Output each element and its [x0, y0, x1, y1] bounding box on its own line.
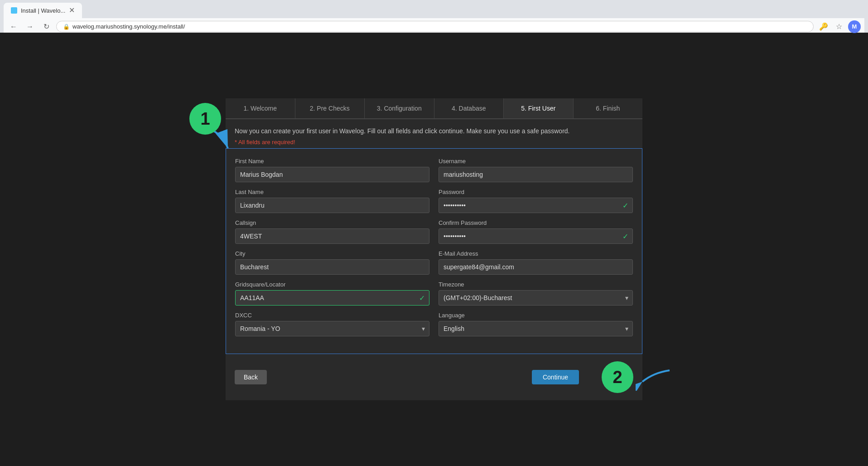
language-label: Language: [439, 312, 633, 319]
tab-favicon: [11, 7, 17, 14]
toolbar-actions: 🔑 ☆ M: [817, 20, 861, 33]
page-content: 1 1. Welcome 2. Pre Checks 3. Configurat…: [0, 33, 868, 466]
buttons-bar: Back Continue 2: [226, 354, 642, 400]
last-name-input[interactable]: [235, 198, 429, 213]
first-name-label: First Name: [235, 158, 429, 165]
browser-chrome: Install | Wavelo... ✕ ← → ↻ 🔒 wavelog.ma…: [0, 0, 868, 33]
dxcc-select-wrapper: Romania - YO: [235, 321, 429, 336]
password-input[interactable]: [439, 198, 633, 213]
timezone-select[interactable]: (GMT+02:00)-Bucharest: [439, 290, 633, 306]
timezone-label: Timezone: [439, 281, 633, 288]
browser-tab[interactable]: Install | Wavelo... ✕: [4, 3, 82, 18]
password-label: Password: [439, 189, 633, 195]
install-container: 1 1. Welcome 2. Pre Checks 3. Configurat…: [226, 98, 642, 400]
tab-close-button[interactable]: ✕: [69, 7, 75, 14]
language-select-wrapper: English: [439, 321, 633, 336]
gridsquare-input[interactable]: [235, 290, 429, 306]
address-bar[interactable]: 🔒 wavelog.mariushosting.synology.me/inst…: [56, 21, 814, 32]
language-select[interactable]: English: [439, 321, 633, 336]
forward-button[interactable]: →: [24, 20, 36, 33]
password-input-wrapper: ✓: [439, 198, 633, 213]
dxcc-group: DXCC Romania - YO: [235, 312, 429, 336]
tab-welcome[interactable]: 1. Welcome: [226, 98, 295, 118]
tab-configuration[interactable]: 3. Configuration: [365, 98, 434, 118]
callsign-input[interactable]: [235, 228, 429, 244]
timezone-group: Timezone (GMT+02:00)-Bucharest: [439, 281, 633, 306]
required-note: * All fields are required!: [235, 139, 633, 146]
arrow-2-icon: [636, 364, 672, 391]
step-badge-1: 1: [189, 103, 221, 135]
reload-button[interactable]: ↻: [40, 20, 53, 33]
gridsquare-input-wrapper: ✓: [235, 290, 429, 306]
username-label: Username: [439, 158, 633, 165]
back-form-button[interactable]: Back: [235, 370, 267, 384]
tab-database[interactable]: 4. Database: [434, 98, 504, 118]
email-group: E-Mail Address: [439, 250, 633, 275]
first-name-group: First Name: [235, 158, 429, 182]
confirm-password-group: Confirm Password ✓: [439, 219, 633, 244]
language-group: Language English: [439, 312, 633, 336]
dxcc-label: DXCC: [235, 312, 429, 319]
password-manager-icon[interactable]: 🔑: [817, 20, 830, 33]
gridsquare-label: Gridsquare/Locator: [235, 281, 429, 288]
dxcc-select[interactable]: Romania - YO: [235, 321, 429, 336]
first-name-input[interactable]: [235, 167, 429, 182]
step-badge-2: 2: [602, 361, 633, 393]
confirm-password-label: Confirm Password: [439, 219, 633, 226]
city-input[interactable]: [235, 259, 429, 275]
city-label: City: [235, 250, 429, 257]
tabs-bar: 1. Welcome 2. Pre Checks 3. Configuratio…: [226, 98, 642, 119]
last-name-label: Last Name: [235, 189, 429, 195]
profile-avatar[interactable]: M: [848, 20, 861, 33]
tab-first-user[interactable]: 5. First User: [504, 98, 574, 118]
back-button[interactable]: ←: [7, 20, 20, 33]
email-input[interactable]: [439, 259, 633, 275]
form-grid: First Name Last Name Callsign City: [235, 158, 633, 343]
form-description: Now you can create your first user in Wa…: [235, 126, 633, 136]
timezone-select-wrapper: (GMT+02:00)-Bucharest: [439, 290, 633, 306]
tab-title: Install | Wavelo...: [21, 7, 65, 14]
callsign-group: Callsign: [235, 219, 429, 244]
callsign-label: Callsign: [235, 219, 429, 226]
form-box: First Name Last Name Callsign City: [226, 148, 642, 354]
tab-pre-checks[interactable]: 2. Pre Checks: [295, 98, 365, 118]
username-input[interactable]: [439, 167, 633, 182]
avatar-initial: M: [852, 23, 857, 30]
city-group: City: [235, 250, 429, 275]
tab-finish[interactable]: 6. Finish: [574, 98, 643, 118]
email-label: E-Mail Address: [439, 250, 633, 257]
address-text: wavelog.mariushosting.synology.me/instal…: [72, 23, 185, 30]
last-name-group: Last Name: [235, 189, 429, 213]
username-group: Username: [439, 158, 633, 182]
bookmark-icon[interactable]: ☆: [833, 20, 845, 33]
confirm-password-input[interactable]: [439, 228, 633, 244]
continue-button[interactable]: Continue: [532, 370, 579, 384]
gridsquare-group: Gridsquare/Locator ✓: [235, 281, 429, 306]
form-header: Now you can create your first user in Wa…: [226, 119, 642, 148]
confirm-password-input-wrapper: ✓: [439, 228, 633, 244]
lock-icon: 🔒: [63, 24, 70, 30]
password-group: Password ✓: [439, 189, 633, 213]
